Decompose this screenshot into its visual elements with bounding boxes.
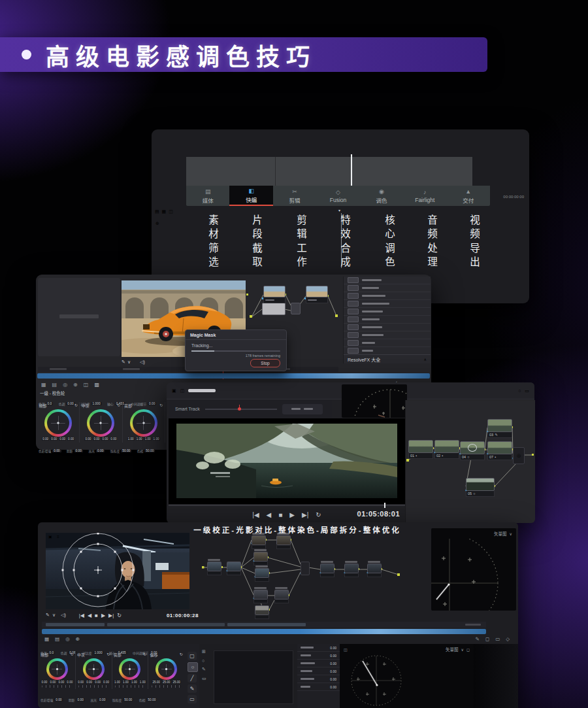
- node-07[interactable]: 07•: [487, 441, 512, 460]
- graph-node-car-1[interactable]: [263, 286, 286, 303]
- effect-item[interactable]: [344, 324, 431, 331]
- toolbar-icon[interactable]: ◫: [84, 382, 89, 388]
- node-01[interactable]: 01•: [408, 440, 433, 459]
- square-window-tool[interactable]: ▢: [188, 652, 197, 660]
- chevron-down-icon[interactable]: ∨: [510, 531, 512, 536]
- target-icon[interactable]: ✎: [46, 613, 50, 618]
- viewer-overlay-icons[interactable]: ▣ ≡: [48, 534, 61, 539]
- viewer-scrub-bar[interactable]: [169, 505, 405, 506]
- reset-icon[interactable]: ↻: [106, 652, 110, 658]
- node-split-a[interactable]: [253, 590, 268, 603]
- effect-item[interactable]: [344, 300, 431, 308]
- play-reverse-button[interactable]: ◀: [267, 511, 272, 518]
- scope-settings-icon[interactable]: ◫: [344, 647, 348, 652]
- wheel-gamma[interactable]: 中灰↻ 0.000.000.000.00: [75, 651, 112, 689]
- goto-start-button[interactable]: |◀: [252, 511, 259, 518]
- node-denoise[interactable]: [320, 564, 335, 577]
- effect-item[interactable]: [344, 331, 431, 339]
- tracker-row[interactable]: 0.00: [297, 660, 340, 667]
- reset-icon[interactable]: ↻: [74, 403, 78, 409]
- track-slider[interactable]: [205, 409, 277, 410]
- panel-icon[interactable]: ◫: [180, 388, 185, 394]
- tab-cut[interactable]: ◧快编: [229, 186, 272, 206]
- param-value[interactable]: 0.00: [98, 698, 106, 701]
- reset-icon[interactable]: ↻: [117, 403, 120, 409]
- toolbar-icon[interactable]: ▦: [44, 636, 49, 642]
- node-parallel-mixer[interactable]: [301, 562, 310, 575]
- node-contrast-b[interactable]: [276, 535, 291, 549]
- pen-window-tool[interactable]: ✎: [188, 684, 197, 693]
- toolbar-icon[interactable]: ⊕: [76, 636, 80, 642]
- toolbar-icon[interactable]: ▩: [94, 382, 99, 388]
- dropdown-icon[interactable]: ∨: [127, 360, 131, 365]
- window-canvas[interactable]: [214, 650, 293, 704]
- timeline-clips-row[interactable]: [42, 622, 486, 628]
- wheel-gain[interactable]: 亮部↻ 1.001.001.001.00: [112, 651, 148, 689]
- circle-tool-icon[interactable]: ○: [202, 658, 206, 663]
- tracker-row[interactable]: 0.00: [297, 652, 340, 660]
- effect-item[interactable]: [344, 277, 431, 284]
- expand-icon[interactable]: ◻: [466, 647, 470, 652]
- node-look[interactable]: [255, 568, 269, 582]
- effect-item[interactable]: [344, 284, 431, 292]
- tracker-row[interactable]: 0.00: [297, 644, 340, 652]
- dropdown-icon[interactable]: ∨: [52, 613, 56, 618]
- tab-media[interactable]: ▤媒体: [186, 186, 229, 206]
- toolbar-icon[interactable]: ⊕: [73, 382, 78, 388]
- play-reverse-button[interactable]: ◀: [88, 613, 91, 618]
- timeline-scroll-bar[interactable]: [42, 629, 486, 634]
- lift-wheel-control[interactable]: [44, 409, 72, 437]
- gain-wheel-control[interactable]: [119, 658, 140, 680]
- wheel-lift[interactable]: 暗部↻ 0.000.000.000.00: [37, 402, 79, 443]
- effect-item[interactable]: [344, 292, 431, 300]
- node-03[interactable]: 03✎: [487, 419, 512, 438]
- wheel-offset[interactable]: 偏移↻ 25.0025.0025.00: [148, 651, 184, 689]
- mini-buttons[interactable]: [282, 404, 323, 414]
- reset-icon[interactable]: ↻: [143, 652, 146, 658]
- tab-fairlight[interactable]: ♪Fairlight: [403, 186, 446, 206]
- node-output[interactable]: ◎: [513, 447, 525, 464]
- effect-item[interactable]: [344, 339, 431, 347]
- node-optimize[interactable]: [367, 564, 382, 577]
- param-value[interactable]: 0.00: [96, 449, 105, 452]
- goto-start-button[interactable]: |◀: [79, 613, 84, 618]
- rect-tool-icon[interactable]: ▭: [202, 676, 206, 681]
- node-04[interactable]: 04○: [460, 441, 485, 460]
- tab-fusion[interactable]: ◇Fusion: [316, 186, 359, 206]
- panel-icon[interactable]: ▣: [172, 388, 176, 394]
- goto-end-button[interactable]: ▶|: [108, 613, 114, 618]
- node-contrast-a[interactable]: [252, 535, 266, 549]
- node-grain[interactable]: [344, 564, 359, 577]
- graph-node-car-2[interactable]: [306, 286, 328, 303]
- timeline-scroll-bar[interactable]: [37, 373, 430, 379]
- param-value[interactable]: 0.00: [76, 698, 85, 701]
- tab-color[interactable]: ◉调色: [360, 186, 403, 206]
- param-value[interactable]: 50.00: [123, 698, 133, 701]
- play-button[interactable]: ▶: [101, 613, 105, 618]
- wheel-gamma[interactable]: 中灰↻ 0.000.000.000.00: [79, 402, 122, 443]
- node-primary[interactable]: [207, 562, 221, 575]
- toolbar-icon[interactable]: ▦: [41, 382, 46, 388]
- offset-wheel-control[interactable]: [155, 658, 177, 680]
- scope-type-label[interactable]: 矢量图: [494, 530, 507, 537]
- node-balance[interactable]: [227, 562, 241, 575]
- graph-node-mixer[interactable]: [291, 303, 301, 314]
- polygon-window-tool[interactable]: ╱: [188, 674, 197, 683]
- grid-tool-icon[interactable]: ⊞: [202, 649, 206, 654]
- gamma-wheel-control[interactable]: [83, 658, 105, 680]
- tab-edit[interactable]: ✂剪辑: [273, 186, 316, 206]
- gradient-window-tool[interactable]: ▭: [188, 695, 197, 703]
- lift-wheel-control[interactable]: [46, 658, 68, 680]
- media-pool-icons[interactable]: ▤▦◫: [155, 209, 176, 214]
- toolbar-icon[interactable]: ▤: [52, 382, 57, 388]
- param-value[interactable]: 50.00: [144, 449, 155, 452]
- node-matte[interactable]: [255, 605, 269, 619]
- node-graph-panel[interactable]: 01• 02• 04○ 03✎ 07• 05○ ◎: [405, 400, 535, 523]
- effect-item[interactable]: [344, 316, 431, 324]
- param-value[interactable]: 0.00: [74, 449, 83, 452]
- loop-button[interactable]: ↻: [316, 511, 321, 518]
- audio-icon[interactable]: ◁): [61, 613, 66, 618]
- node-tint[interactable]: [253, 552, 268, 565]
- gallery-panel[interactable]: [38, 278, 120, 356]
- reset-icon[interactable]: ↻: [71, 652, 74, 658]
